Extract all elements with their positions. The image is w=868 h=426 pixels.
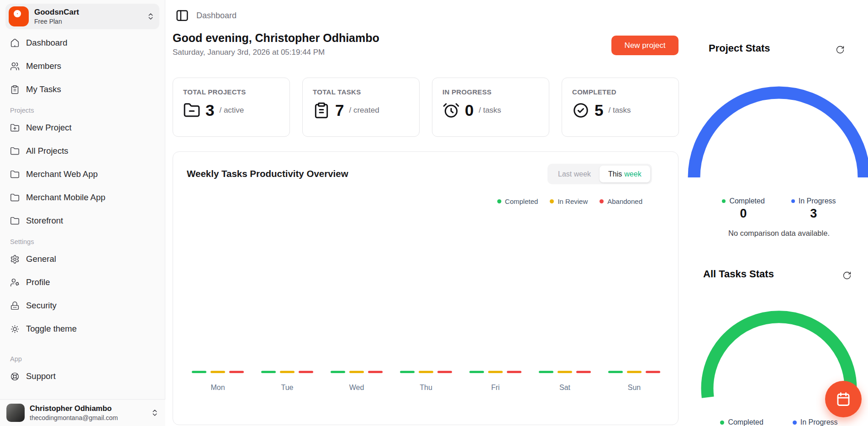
x-axis-label: Thu <box>420 384 432 392</box>
clipboard-list-icon <box>313 102 330 119</box>
bar-completed <box>539 371 553 373</box>
legend-in-progress: In Progress 3 <box>791 197 836 221</box>
bar-group: Sun <box>608 371 660 392</box>
sun-icon <box>10 324 20 334</box>
sidebar-item-label: Storefront <box>26 216 63 226</box>
stat-value: 7 <box>335 101 344 119</box>
sidebar-item-general[interactable]: General <box>5 249 159 269</box>
stats-row: TOTAL PROJECTS 3 / active TOTAL TASKS 7 … <box>173 78 679 137</box>
sidebar-item-label: Members <box>26 61 61 71</box>
legend-completed: Completed 0 <box>722 197 764 221</box>
x-axis-label: Fri <box>491 384 500 392</box>
sidebar-item-dashboard[interactable]: Dashboard <box>5 33 159 53</box>
folder-icon <box>10 193 20 203</box>
sidebar: GoodsnCart Free Plan Dashboard Members M… <box>0 0 165 426</box>
bar-completed <box>608 371 623 373</box>
stat-label: COMPLETED <box>572 88 668 96</box>
x-axis-label: Sun <box>628 384 641 392</box>
chart-title: Weekly Tasks Productivity Overview <box>187 168 348 179</box>
stat-label: IN PROGRESS <box>442 88 539 96</box>
bar-completed <box>331 371 345 373</box>
weekly-productivity-card: Weekly Tasks Productivity Overview Last … <box>173 151 679 425</box>
stat-value: 0 <box>465 101 473 119</box>
lock-icon <box>10 301 20 311</box>
sidebar-item-all-projects[interactable]: All Projects <box>5 141 159 161</box>
comparison-note: No comparison data available. <box>694 229 863 238</box>
sidebar-item-my-tasks[interactable]: My Tasks <box>5 79 159 99</box>
stat-suffix: / active <box>219 106 244 115</box>
sidebar-item-merchant-web-app[interactable]: Merchant Web App <box>5 164 159 184</box>
sidebar-item-label: Toggle theme <box>26 324 77 334</box>
sidebar-item-storefront[interactable]: Storefront <box>5 211 159 231</box>
user-menu[interactable]: Christopher Odhiambo thecodingmontana@gm… <box>0 399 165 426</box>
bar-group: Tue <box>261 371 313 392</box>
sidebar-item-label: Support <box>26 371 56 381</box>
stat-label: TOTAL TASKS <box>313 88 409 96</box>
sidebar-item-profile[interactable]: Profile <box>5 272 159 292</box>
users-icon <box>10 62 20 71</box>
app-name: GoodsnCart <box>34 8 79 17</box>
clipboard-list-icon <box>10 85 20 94</box>
bar-completed <box>192 371 206 373</box>
stat-card-completed: COMPLETED 5 / tasks <box>562 78 679 137</box>
toggle-last-week[interactable]: Last week <box>549 166 600 182</box>
bar-abandoned <box>229 371 244 373</box>
x-axis-label: Wed <box>349 384 364 392</box>
stat-label: TOTAL PROJECTS <box>183 88 279 96</box>
legend-completed: Completed <box>497 197 538 205</box>
circle-check-icon <box>572 102 589 119</box>
bar-in-review <box>280 371 295 373</box>
datetime-text: Saturday, January 3rd, 2026 at 05:19:44 … <box>173 48 325 57</box>
stat-value: 5 <box>594 101 603 119</box>
bar-group: Fri <box>469 371 521 392</box>
team-switcher[interactable]: GoodsnCart Free Plan <box>5 4 159 29</box>
week-range-toggle: Last week Thisweek <box>547 164 652 184</box>
section-label-projects: Projects <box>10 107 155 114</box>
legend-dot <box>793 421 797 425</box>
sidebar-item-toggle-theme[interactable]: Toggle theme <box>5 319 159 339</box>
legend-dot <box>722 199 726 203</box>
bar-group: Thu <box>400 371 452 392</box>
folder-plus-icon <box>10 123 20 133</box>
bar-abandoned <box>507 371 521 373</box>
refresh-icon[interactable] <box>836 45 845 54</box>
calendar-icon <box>836 391 851 407</box>
sidebar-item-members[interactable]: Members <box>5 56 159 76</box>
all-tasks-stats-title: All Tasks Stats <box>703 268 774 280</box>
sidebar-item-merchant-mobile-app[interactable]: Merchant Mobile App <box>5 187 159 208</box>
goodsncart-logo-icon <box>9 6 29 26</box>
legend-dot <box>550 199 554 203</box>
breadcrumb: Dashboard <box>196 11 237 21</box>
refresh-icon[interactable] <box>842 271 852 280</box>
bar-group: Mon <box>192 371 244 392</box>
page-title: Good evening, Christopher Odhiambo <box>173 31 379 45</box>
sidebar-item-label: My Tasks <box>26 84 61 94</box>
bar-abandoned <box>437 371 452 373</box>
x-axis-label: Mon <box>210 384 225 392</box>
x-axis-label: Tue <box>281 384 294 392</box>
sidebar-item-label: Merchant Mobile App <box>26 192 105 203</box>
sidebar-toggle-icon[interactable] <box>175 9 189 22</box>
life-buoy-icon <box>10 372 20 381</box>
bar-abandoned <box>576 371 591 373</box>
sidebar-item-label: Profile <box>26 277 50 287</box>
stat-suffix: / tasks <box>479 106 501 115</box>
sidebar-item-support[interactable]: Support <box>5 366 159 386</box>
stat-value: 3 <box>205 101 214 119</box>
sidebar-item-security[interactable]: Security <box>5 296 159 316</box>
bar-abandoned <box>646 371 660 373</box>
bar-abandoned <box>368 371 383 373</box>
calendar-fab-button[interactable] <box>825 381 862 417</box>
new-project-button[interactable]: New project <box>611 36 679 55</box>
gear-icon <box>10 255 20 264</box>
user-name: Christopher Odhiambo <box>30 404 118 413</box>
bar-completed <box>469 371 484 373</box>
legend-abandoned: Abandoned <box>600 197 642 205</box>
toggle-this-week[interactable]: Thisweek <box>600 166 650 182</box>
project-stats-title: Project Stats <box>709 42 770 54</box>
user-gear-icon <box>10 278 20 287</box>
bar-in-review <box>558 371 572 373</box>
weekly-bars: Mon Tue Wed Thu Fri Sat <box>192 371 660 392</box>
sidebar-item-new-project[interactable]: New Project <box>5 118 159 138</box>
bar-group: Wed <box>331 371 383 392</box>
